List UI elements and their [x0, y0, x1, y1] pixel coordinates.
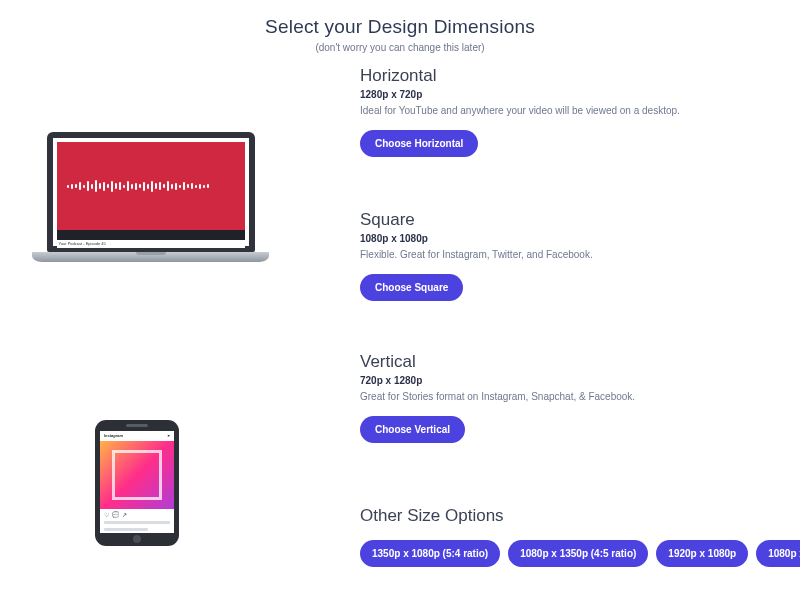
- other-size-button-0[interactable]: 1350p x 1080p (5:4 ratio): [360, 540, 500, 567]
- option-horizontal-description: Ideal for YouTube and anywhere your vide…: [360, 104, 790, 118]
- option-square-description: Flexible. Great for Instagram, Twitter, …: [360, 248, 790, 262]
- option-vertical-title: Vertical: [360, 352, 790, 372]
- comment-icon: 💬: [112, 511, 119, 518]
- other-size-button-3[interactable]: 1080p x 1920p: [756, 540, 800, 567]
- other-size-button-1[interactable]: 1080p x 1350p (4:5 ratio): [508, 540, 648, 567]
- instagram-label: Instagram: [104, 433, 123, 438]
- option-square-dimensions: 1080p x 1080p: [360, 233, 790, 244]
- option-horizontal-title: Horizontal: [360, 66, 790, 86]
- share-icon: ↗: [122, 511, 127, 518]
- phone-square-illustration: Instagram ➤ ♡ 💬 ↗: [95, 420, 179, 546]
- page-title: Select your Design Dimensions: [0, 16, 800, 38]
- page-subtitle: (don't worry you can change this later): [0, 42, 800, 53]
- heart-icon: ♡: [104, 511, 109, 518]
- option-square-title: Square: [360, 210, 790, 230]
- choose-vertical-button[interactable]: Choose Vertical: [360, 416, 465, 443]
- other-sizes-title: Other Size Options: [360, 506, 790, 526]
- laptop-illustration: Your Podcast - Episode 45: [32, 132, 269, 264]
- send-icon: ➤: [167, 433, 170, 438]
- option-vertical-description: Great for Stories format on Instagram, S…: [360, 390, 790, 404]
- laptop-caption: Your Podcast - Episode 45: [57, 240, 245, 248]
- choose-square-button[interactable]: Choose Square: [360, 274, 463, 301]
- option-vertical-dimensions: 720p x 1280p: [360, 375, 790, 386]
- choose-horizontal-button[interactable]: Choose Horizontal: [360, 130, 478, 157]
- other-size-button-2[interactable]: 1920p x 1080p: [656, 540, 748, 567]
- option-horizontal-dimensions: 1280p x 720p: [360, 89, 790, 100]
